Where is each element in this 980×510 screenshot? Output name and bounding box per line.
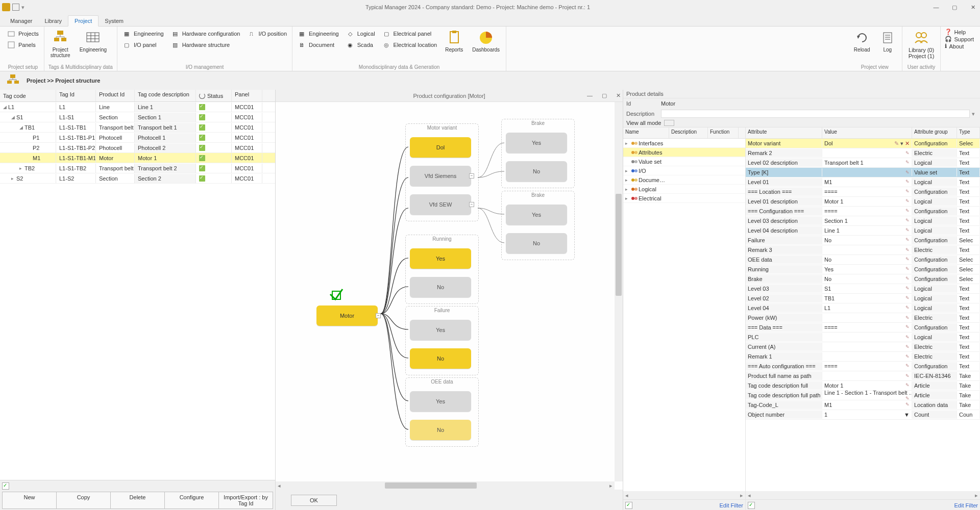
projects-button[interactable]: Projects — [6, 29, 40, 39]
scada-button[interactable]: ◉Scada — [345, 40, 376, 50]
nav-icon[interactable]: ▾ — [900, 140, 903, 146]
col-panel[interactable]: Panel — [232, 90, 262, 101]
engineering-big-button[interactable]: Engineering — [78, 29, 109, 59]
edit-icon[interactable]: ✎ — [905, 208, 910, 213]
edit-icon[interactable]: ✎ — [905, 276, 910, 281]
ok-button[interactable]: OK — [291, 495, 337, 506]
node-oee-no[interactable]: No — [410, 420, 471, 440]
about-button[interactable]: ℹAbout — [945, 43, 974, 49]
scroll-left-icon[interactable]: ◂ — [276, 482, 283, 489]
table-row[interactable]: FailureNo✎ConfigurationSelec — [746, 236, 980, 245]
engineering-button[interactable]: ▦Engineering — [121, 29, 165, 39]
col-type[interactable]: Type — [957, 128, 980, 138]
edit-icon[interactable]: ✎ — [905, 315, 910, 320]
reports-button[interactable]: Reports — [443, 29, 465, 54]
expander-icon[interactable]: ▸ — [11, 176, 16, 181]
node-running-no[interactable]: No — [410, 277, 471, 297]
expand-port-icon[interactable]: − — [469, 202, 474, 207]
qat-dropdown-icon[interactable]: ▾ — [21, 4, 24, 11]
node-failure-yes[interactable]: Yes — [410, 320, 471, 340]
new-button[interactable]: New — [2, 492, 57, 509]
table-row[interactable]: Level 02TB1✎LogicalText — [746, 294, 980, 303]
table-row[interactable]: Level 01 descriptionMotor 1✎LogicalText — [746, 197, 980, 207]
table-row[interactable]: P1L1-S1-TB1-P1PhotocellPhotocell 1MCC01 — [0, 133, 275, 143]
edit-icon[interactable]: ✎ — [905, 286, 910, 291]
node-motor[interactable]: Motor− — [316, 305, 378, 326]
col-description[interactable]: Tag code description — [135, 90, 196, 101]
expander-icon[interactable]: ▸ — [19, 166, 24, 171]
node-brake1-yes[interactable]: Yes — [506, 133, 567, 153]
canvas-scrollbar-vertical[interactable] — [615, 102, 623, 481]
clear-icon[interactable]: ✕ — [905, 140, 910, 146]
node-oee-yes[interactable]: Yes — [410, 391, 471, 412]
maximize-button[interactable]: ▢ — [949, 2, 960, 12]
table-row[interactable]: Object number1▼CountCoun — [746, 410, 980, 420]
edit-icon[interactable]: ✎ — [905, 179, 910, 184]
edit-icon[interactable]: ✎ — [905, 257, 910, 262]
node-brake2-no[interactable]: No — [506, 233, 567, 253]
log-button[interactable]: Log — [877, 29, 898, 54]
iopanel-button[interactable]: ▢I/O panel — [121, 40, 165, 50]
tab-project[interactable]: Project — [68, 15, 99, 27]
col-attribute[interactable]: Attribute — [746, 128, 822, 138]
edit-icon[interactable]: ✎ — [905, 198, 910, 203]
table-row[interactable]: ▸TB2L1-S1-TB2Transport beltTransport bel… — [0, 163, 275, 173]
expand-port-icon[interactable]: − — [376, 313, 381, 318]
edit-icon[interactable]: ✎ — [905, 170, 910, 175]
description-input[interactable] — [661, 110, 970, 118]
edit-icon[interactable]: ✎ — [905, 402, 910, 407]
canvas-scrollbar-horizontal[interactable]: ◂▸ — [276, 481, 615, 490]
table-row[interactable]: PLC✎LogicalText — [746, 333, 980, 342]
hwconfig-button[interactable]: ▤Hardware configuration — [170, 29, 241, 39]
document-button[interactable]: 🗎Document — [297, 40, 340, 50]
dl-scrollbar[interactable]: ◂▸ — [623, 491, 745, 499]
table-row[interactable]: Current (A)✎ElectricText — [746, 342, 980, 352]
table-row[interactable]: RunningYes✎ConfigurationSelec — [746, 265, 980, 274]
import-export-button[interactable]: Import/Export : by Tag Id — [219, 492, 273, 509]
dr-filter-checkbox[interactable] — [748, 502, 755, 509]
list-item[interactable]: ▸I/O — [623, 166, 745, 175]
node-failure-no[interactable]: No — [410, 348, 471, 369]
table-row[interactable]: Level 04 descriptionLine 1✎LogicalText — [746, 226, 980, 236]
edit-icon[interactable]: ✎ — [905, 218, 910, 223]
table-row[interactable]: Motor variantDol✎ ▾ ✕ConfigurationSelec — [746, 139, 980, 148]
tab-manager[interactable]: Manager — [4, 16, 38, 26]
expander-icon[interactable]: ◢ — [19, 125, 24, 130]
table-row[interactable]: Type [K]✎Value setText — [746, 168, 980, 177]
node-brake2-yes[interactable]: Yes — [506, 205, 567, 225]
col-name[interactable]: Name — [623, 128, 669, 138]
list-item[interactable]: Value set — [623, 157, 745, 166]
edit-icon[interactable]: ✎ — [905, 227, 910, 233]
panels-button[interactable]: Panels — [6, 40, 40, 50]
table-row[interactable]: ◢TB1L1-S1-TB1Transport beltTransport bel… — [0, 122, 275, 133]
edit-icon[interactable]: ✎ — [905, 396, 910, 401]
qat-monitor-icon[interactable] — [12, 4, 19, 11]
edit-icon[interactable]: ✎ — [905, 382, 910, 388]
expander-icon[interactable]: ▸ — [625, 141, 630, 146]
expander-icon[interactable]: ▸ — [625, 168, 630, 173]
user-activity-button[interactable]: Library (0)Project (1) — [906, 29, 937, 60]
table-row[interactable]: Level 04L1✎LogicalText — [746, 303, 980, 313]
table-row[interactable]: Remark 1✎ElectricText — [746, 352, 980, 362]
list-item[interactable]: ▸Logical — [623, 185, 745, 194]
help-button[interactable]: ❓Help — [945, 29, 974, 35]
edit-icon[interactable]: ✎ — [905, 266, 910, 271]
list-item[interactable]: Attributes — [623, 148, 745, 157]
edit-icon[interactable]: ✎ — [894, 140, 899, 146]
dropdown-icon[interactable]: ▾ — [970, 111, 977, 117]
epanel-button[interactable]: ▢Electrical panel — [381, 29, 438, 39]
table-row[interactable]: Level 01M1✎LogicalText — [746, 177, 980, 187]
canvas-minimize-button[interactable]: — — [587, 92, 593, 99]
edit-icon[interactable]: ✎ — [905, 150, 910, 156]
elocation-button[interactable]: ◎Electrical location — [381, 40, 438, 50]
copy-button[interactable]: Copy — [57, 492, 111, 509]
col-product-id[interactable]: Product Id — [96, 90, 135, 101]
dr-scrollbar[interactable]: ◂▸ — [746, 491, 980, 499]
filter-icon[interactable]: ▼ — [904, 412, 910, 418]
expander-icon[interactable]: ◢ — [3, 105, 8, 110]
table-row[interactable]: P2L1-S1-TB1-P2PhotocellPhotocell 2MCC01 — [0, 143, 275, 153]
table-row[interactable]: === Configuration =======✎ConfigurationT… — [746, 207, 980, 216]
view-all-toggle[interactable] — [664, 120, 674, 126]
edit-icon[interactable]: ✎ — [905, 295, 910, 300]
table-row[interactable]: BrakeNo✎ConfigurationSelec — [746, 274, 980, 284]
